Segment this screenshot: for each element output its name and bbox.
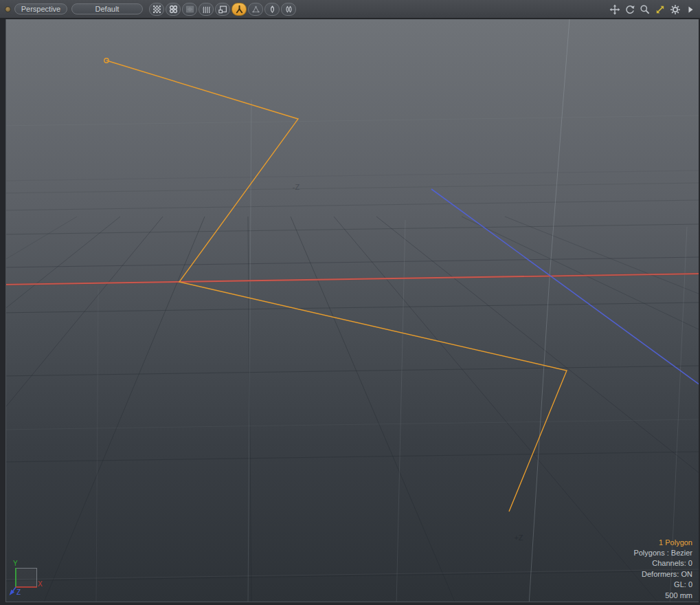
expand-button[interactable] [684,3,696,15]
vertex-pyramid-button[interactable] [248,3,263,16]
axis-widget-button[interactable] [232,3,247,16]
lens-double-button[interactable] [281,3,296,16]
axis-widget-icon [235,5,244,14]
view-type-button[interactable]: Perspective [14,3,67,14]
stat-selection: 1 Polygon [633,538,692,548]
maximize-button[interactable] [654,3,666,15]
settings-gear-icon [670,4,681,15]
orbit-icon [624,4,635,15]
wave-lines-icon [202,5,211,14]
workplane-button[interactable] [215,3,230,16]
lens-double-icon [284,5,293,14]
viewport-active-indicator[interactable] [5,6,11,12]
viewport-canvas[interactable]: -Z +Z Y X Z [0,0,700,605]
wave-lines-button[interactable] [199,3,214,16]
lens-single-button[interactable] [264,3,280,16]
workplane-square [16,569,37,587]
expand-arrow-icon [687,6,694,14]
viewport-stats: 1 Polygon Polygons : Bezier Channels: 0 … [633,538,692,601]
zoom-icon [640,4,651,15]
nav-controls [609,0,696,19]
workplane-icon [218,5,227,14]
zoom-button[interactable] [639,3,651,15]
dot-grid-icon [169,5,178,14]
stat-polygon-type: Polygons : Bezier [633,548,692,558]
pan-icon [609,4,620,15]
stat-deformers: Deformers: ON [633,569,692,580]
axis-label-neg-z: -Z [293,183,300,191]
shading-style-button[interactable]: Default [71,3,143,14]
dot-grid-button[interactable] [166,3,181,16]
orbit-button[interactable] [624,3,635,15]
gizmo-z-label: Z [16,588,21,596]
checker-pattern-button[interactable] [149,3,164,16]
stat-gl: GL: 0 [633,580,692,590]
settings-button[interactable] [669,3,681,15]
lens-single-icon [268,5,277,14]
stat-channels: Channels: 0 [633,558,692,569]
axis-label-pos-z: +Z [514,534,523,542]
stat-grid-size: 500 mm [633,591,692,601]
viewport-background [5,19,699,602]
gizmo-y-label: Y [13,560,18,567]
pan-button[interactable] [609,3,620,15]
maximize-icon [655,4,666,15]
gizmo-x-label: X [38,580,43,588]
viewport-toolbar: Perspective Default [0,0,700,19]
vertex-pyramid-icon [251,5,260,14]
shaded-square-button[interactable] [182,3,197,16]
shaded-square-icon [185,5,194,14]
checker-pattern-icon [153,5,161,14]
